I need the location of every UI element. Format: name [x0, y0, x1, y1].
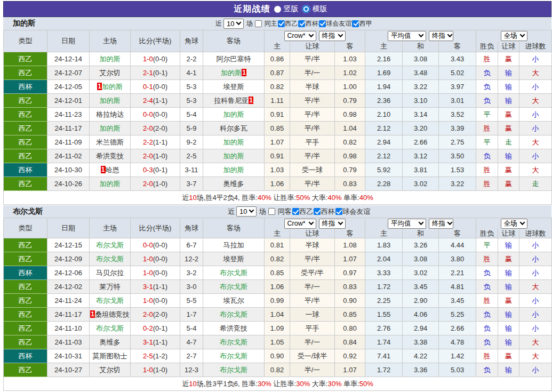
fulltime-score: 2-0	[143, 124, 153, 132]
average-select[interactable]: 平均值	[388, 31, 426, 41]
corner-score: 12-3	[180, 363, 203, 377]
red-card-count: 1	[90, 310, 95, 318]
team-section-2: 布尔戈斯近10场同客西乙西杯球会友谊类型日期主场比分(半场)角球客场Crow*终…	[3, 205, 551, 391]
match-row: 西乙24-12-14加的斯1-0(0-0)2-2阿尔巴塞特0.86平/半1.03…	[4, 52, 552, 66]
checkbox-checked[interactable]	[292, 208, 299, 215]
odds-home: 1.06	[265, 280, 290, 294]
match-score: 1-0(1-0)	[131, 363, 180, 377]
summary-text: 单率:	[341, 380, 359, 388]
radio-vertical-label[interactable]: 竖版	[284, 4, 299, 14]
full-match-select[interactable]: 全场	[501, 31, 527, 41]
checkbox-label[interactable]: 西甲	[359, 19, 372, 28]
checkbox-label[interactable]: 西乙	[299, 207, 313, 217]
checkbox-label[interactable]: 同主	[265, 19, 277, 28]
corner-score: 5-9	[180, 122, 203, 135]
halftime-score: (0-1)	[153, 69, 167, 77]
halftime-score: (0-0)	[153, 255, 167, 263]
result-handicap: 赢	[498, 294, 519, 308]
match-count-select[interactable]: 10	[223, 19, 244, 29]
fullmatch-group-header: 全场	[476, 218, 552, 229]
avg-draw: 3.10	[403, 94, 439, 108]
match-row: 西乙24-11-09米兰德斯2-2(1-1)9-2加的斯1.07平手0.822.…	[4, 135, 552, 149]
odds-time-select[interactable]: 终指	[319, 219, 346, 229]
results-table: 类型日期主场比分(半场)角球客场Crow*终指平均值终指全场主让球客主和客胜负让…	[3, 30, 552, 205]
odds-time-select[interactable]: 终指	[319, 31, 346, 41]
checkbox-checked[interactable]	[298, 20, 305, 27]
sub-column-header: 让球	[498, 41, 519, 52]
checkbox-checked[interactable]	[352, 20, 359, 27]
result-handicap: 输	[498, 80, 519, 94]
match-row: 西乙24-12-02莱万特3-1(1-1)3-0布尔戈斯1.06半/一0.831…	[4, 280, 552, 294]
halftime-score: (0-0)	[153, 83, 167, 91]
average-time-select[interactable]: 终指	[429, 219, 453, 229]
summary-text: 50%	[296, 194, 310, 202]
checkbox-checked[interactable]	[314, 208, 321, 215]
away-team: 布尔戈斯	[203, 308, 265, 322]
checkbox-unchecked[interactable]	[268, 208, 275, 215]
team-name-text: 艾尔切	[100, 69, 121, 77]
halftime-score: (1-1)	[153, 138, 167, 146]
checkbox-checked[interactable]	[278, 20, 285, 27]
chevron-down-icon	[308, 32, 314, 37]
checkbox-label[interactable]: 球会友谊	[342, 207, 370, 217]
result-handicap: 输	[498, 238, 519, 252]
match-score: 2-0(1-0)	[131, 177, 180, 191]
company-select[interactable]: Crow*	[284, 31, 316, 41]
team-name-text: 加的斯	[100, 180, 121, 188]
home-team: 奥维多	[90, 335, 131, 349]
home-team: 加的斯	[90, 94, 131, 108]
checkbox-unchecked[interactable]	[255, 20, 262, 27]
radio-vertical[interactable]	[274, 6, 281, 13]
checkbox-label[interactable]: 球会友谊	[326, 19, 351, 28]
checkbox-label[interactable]: 西杯	[306, 19, 318, 28]
result-outcome: 负	[476, 363, 498, 377]
match-date: 24-11-23	[47, 108, 90, 122]
checkbox-label[interactable]: 西乙	[285, 19, 298, 28]
recent-label: 近	[228, 207, 235, 217]
match-count-select[interactable]: 10	[236, 206, 257, 217]
result-handicap: 赢	[498, 122, 519, 135]
checkbox-checked[interactable]	[335, 208, 342, 215]
team-name-text: 布尔戈斯	[220, 269, 247, 277]
chevron-down-icon	[338, 220, 343, 225]
column-header: 主场	[90, 30, 131, 52]
odds-handicap: 半/一	[290, 335, 335, 349]
team-name-text: 加的斯	[223, 166, 244, 174]
chevron-down-icon	[338, 32, 343, 37]
match-type: 西乙	[4, 363, 47, 377]
sub-column-header: 主	[365, 41, 403, 52]
match-score: 2-5(1-2)	[131, 349, 180, 363]
checkbox-label[interactable]: 西杯	[321, 207, 335, 217]
result-goals: 大	[519, 335, 552, 349]
odds-home: 1.03	[265, 163, 290, 177]
team-name-text: 埃登斯	[223, 83, 244, 91]
radio-horizontal-label[interactable]: 横版	[313, 4, 327, 14]
average-select[interactable]: 平均值	[388, 219, 426, 229]
match-date: 24-11-03	[47, 335, 90, 349]
fullmatch-group-header: 全场	[476, 30, 552, 42]
avg-home: 2.16	[365, 52, 403, 66]
odds-time-select-value: 终指	[322, 31, 335, 41]
checkbox-label[interactable]: 同客	[278, 207, 292, 217]
result-outcome: 胜	[476, 122, 498, 135]
result-outcome: 负	[476, 66, 498, 80]
summary-text: 30%	[296, 380, 310, 388]
match-type: 西乙	[4, 122, 47, 135]
radio-horizontal[interactable]	[302, 5, 310, 13]
odds-home: 1.06	[265, 177, 290, 191]
checkbox-checked[interactable]	[319, 20, 326, 27]
corner-score: 2-7	[180, 349, 203, 363]
full-match-select[interactable]: 全场	[501, 219, 527, 229]
result-outcome: 平	[476, 135, 498, 149]
match-score: 0-1(0-0)	[131, 80, 180, 94]
average-time-select[interactable]: 终指	[429, 31, 453, 41]
away-team: 埃瓦尔	[203, 294, 265, 308]
match-type: 西乙	[4, 280, 47, 294]
corner-score: 5-5	[180, 294, 203, 308]
summary-text: 大率:	[310, 194, 327, 202]
average-time-select-value: 终指	[432, 219, 445, 228]
result-outcome: 胜	[476, 294, 498, 308]
team-name-text: 莱万特	[100, 283, 121, 291]
company-select[interactable]: Crow*	[284, 219, 316, 229]
match-row: 西杯24-12-051加的斯0-1(0-0)5-3埃登斯0.82半球1.001.…	[4, 80, 552, 94]
